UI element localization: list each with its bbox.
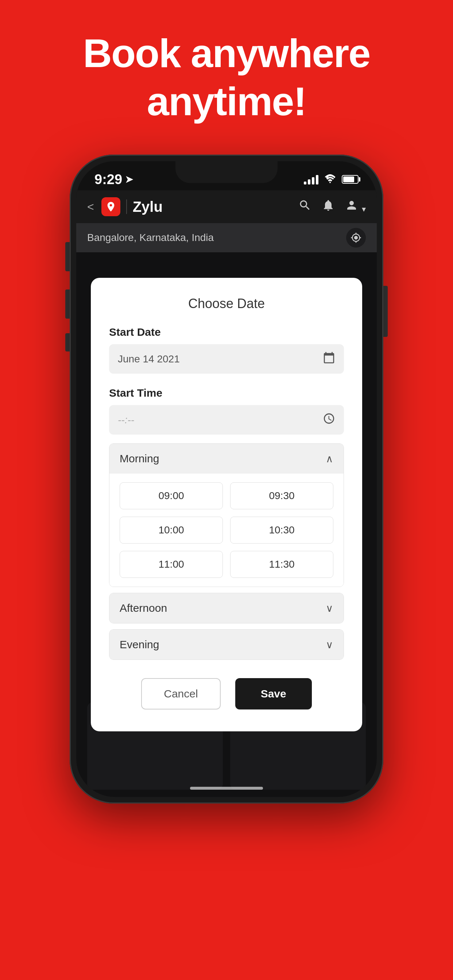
svg-point-0 (329, 182, 331, 183)
mute-button[interactable] (65, 333, 70, 352)
afternoon-section: Afternoon ∨ (109, 593, 344, 624)
back-button[interactable]: < (87, 200, 94, 214)
volume-buttons (65, 242, 70, 352)
time-display: 9:29 (94, 172, 122, 188)
evening-chevron-down-icon: ∨ (326, 639, 333, 651)
app-logo-icon (101, 197, 120, 216)
notification-icon[interactable] (322, 199, 335, 215)
hero-line1: Book anywhere (83, 29, 370, 77)
time-slot-1000[interactable]: 10:00 (120, 517, 223, 544)
time-slot-1100[interactable]: 11:00 (120, 551, 223, 578)
afternoon-label: Afternoon (120, 602, 167, 614)
volume-up-button[interactable] (65, 242, 70, 271)
modal-title: Choose Date (109, 296, 344, 311)
location-input[interactable]: Bangalore, Karnataka, India (87, 232, 340, 243)
date-input-row[interactable]: June 14 2021 (109, 344, 344, 374)
start-date-label: Start Date (109, 326, 344, 338)
location-target-button[interactable] (346, 228, 366, 248)
afternoon-chevron-down-icon: ∨ (326, 602, 333, 614)
hero-line2: anytime! (83, 77, 370, 126)
power-button-area (383, 286, 388, 337)
morning-label: Morning (120, 452, 159, 465)
power-button[interactable] (383, 286, 388, 337)
time-slot-1030[interactable]: 10:30 (230, 517, 333, 544)
battery-icon (342, 175, 359, 184)
notch (175, 161, 278, 183)
screen: 9:29 ➤ (76, 161, 377, 797)
nav-divider (126, 199, 127, 214)
save-button[interactable]: Save (235, 678, 312, 710)
hero-text: Book anywhere anytime! (83, 29, 370, 126)
home-indicator[interactable] (190, 787, 263, 790)
brand-name: Zylu (133, 199, 163, 215)
evening-section-header[interactable]: Evening ∨ (109, 630, 344, 660)
calendar-icon (323, 352, 335, 366)
wifi-icon (324, 173, 336, 186)
volume-down-button[interactable] (65, 290, 70, 319)
signal-strength-icon (304, 174, 318, 185)
nav-action-icons: ▾ (298, 199, 366, 215)
morning-time-grid: 09:00 09:30 10:00 10:30 11:00 11:30 (109, 474, 344, 587)
evening-section: Evening ∨ (109, 629, 344, 660)
clock-icon (323, 412, 335, 427)
app-navbar: < Zylu (76, 190, 377, 223)
status-icons (304, 173, 359, 186)
modal-action-buttons: Cancel Save (109, 678, 344, 710)
phone-device: 9:29 ➤ (70, 154, 383, 803)
choose-date-modal: Choose Date Start Date June 14 2021 (91, 278, 362, 731)
phone-inner: 9:29 ➤ (76, 161, 377, 797)
time-slot-1130[interactable]: 11:30 (230, 551, 333, 578)
location-search-bar[interactable]: Bangalore, Karnataka, India (76, 223, 377, 252)
afternoon-section-header[interactable]: Afternoon ∨ (109, 593, 344, 623)
evening-label: Evening (120, 638, 159, 651)
time-input-row[interactable]: --:-- (109, 405, 344, 434)
date-value: June 14 2021 (118, 353, 317, 365)
location-pin-icon (105, 201, 117, 213)
cancel-button[interactable]: Cancel (141, 678, 220, 710)
user-icon[interactable]: ▾ (345, 199, 366, 215)
phone-body: 9:29 ➤ (70, 154, 383, 803)
time-placeholder: --:-- (118, 414, 317, 426)
time-slot-0930[interactable]: 09:30 (230, 482, 333, 509)
morning-section: Morning ∧ 09:00 09:30 10:00 10:30 11:00 … (109, 443, 344, 587)
morning-chevron-up-icon: ∧ (326, 453, 333, 465)
search-icon[interactable] (298, 199, 311, 215)
morning-section-header[interactable]: Morning ∧ (109, 444, 344, 474)
time-slot-0900[interactable]: 09:00 (120, 482, 223, 509)
location-arrow-icon: ➤ (125, 174, 133, 185)
start-time-label: Start Time (109, 387, 344, 399)
logo-container: Zylu (101, 197, 163, 216)
battery-fill (343, 177, 354, 182)
status-time: 9:29 ➤ (94, 172, 133, 188)
